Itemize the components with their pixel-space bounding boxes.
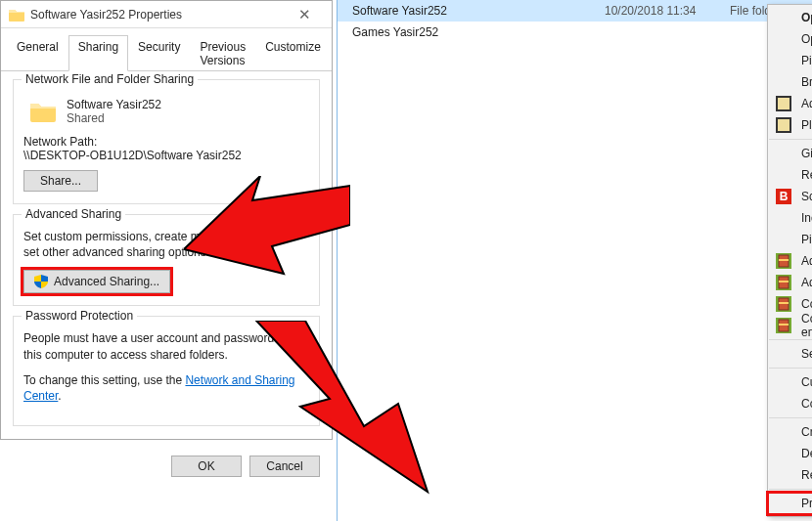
menu-item-include-in-library[interactable]: Include in library〉: [768, 207, 812, 229]
password-protection-group: Password Protection People must have a u…: [13, 316, 320, 426]
network-path: \\DESKTOP-OB1U12D\Software Yasir252: [23, 149, 309, 162]
winrar-icon: [776, 318, 791, 333]
menu-item-give-access-to[interactable]: Give access to〉: [768, 143, 812, 164]
properties-dialog: Software Yasir252 Properties ✕ General S…: [0, 0, 333, 440]
menu-item-label: Pin to Quick access: [801, 54, 812, 67]
file-row[interactable]: Games Yasir252: [337, 22, 812, 43]
menu-item-label: Add to archive...: [801, 254, 812, 268]
close-icon[interactable]: ✕: [285, 6, 324, 23]
menu-item-label: Add to "Software Yasir252.rar": [801, 276, 812, 289]
file-name: Software Yasir252: [352, 4, 597, 18]
menu-item-delete[interactable]: Delete: [768, 443, 812, 464]
svg-rect-14: [779, 302, 789, 304]
menu-item-label: Play with MPC-HC: [801, 118, 812, 132]
group-title: Advanced Sharing: [22, 207, 125, 221]
uac-shield-icon: [34, 275, 48, 288]
password-desc: People must have a user account and pass…: [23, 330, 309, 362]
titlebar: Software Yasir252 Properties ✕: [1, 1, 332, 28]
divider: [337, 0, 338, 521]
menu-item-pin-to-quick-access[interactable]: Pin to Quick access: [768, 50, 812, 71]
file-date: 10/20/2018 11:34: [605, 4, 722, 18]
menu-item-label: Open: [801, 11, 812, 24]
file-row[interactable]: Software Yasir25210/20/2018 11:34File fo…: [337, 0, 812, 22]
menu-item-label: Create shortcut: [801, 425, 812, 439]
tab-content: Network File and Folder Sharing Software…: [1, 71, 332, 444]
cancel-button[interactable]: Cancel: [249, 456, 320, 477]
shared-folder-icon: [29, 100, 57, 123]
menu-separator: [769, 339, 812, 340]
menu-item-add-to-software-yasir252-rar[interactable]: Add to "Software Yasir252.rar": [768, 272, 812, 293]
tab-previous-versions[interactable]: Previous Versions: [190, 35, 255, 71]
winrar-icon: [776, 253, 791, 269]
explorer-pane: Software Yasir25210/20/2018 11:34File fo…: [337, 0, 812, 521]
menu-separator: [769, 417, 812, 418]
tabs: General Sharing Security Previous Versio…: [1, 28, 332, 71]
file-name: Games Yasir252: [352, 25, 597, 39]
svg-rect-11: [779, 281, 789, 282]
menu-separator: [769, 368, 812, 369]
advanced-sharing-button[interactable]: Advanced Sharing...: [23, 270, 170, 293]
menu-item-label: Open in new window: [801, 32, 812, 46]
tab-customize[interactable]: Customize: [255, 35, 331, 71]
menu-item-label: Compress and email...: [801, 297, 812, 311]
folder-info: Software Yasir252 Shared: [67, 98, 161, 125]
menu-item-open[interactable]: Open: [768, 7, 812, 28]
password-setting-prefix: To change this setting, use the: [23, 373, 185, 387]
menu-item-add-to-mpc-hc-playlist[interactable]: Add to MPC-HC Playlist: [768, 93, 812, 114]
menu-item-label: Send to: [801, 347, 812, 361]
menu-item-cut[interactable]: Cut: [768, 371, 812, 393]
context-menu: OpenOpen in new windowPin to Quick acces…: [767, 4, 812, 517]
bitdefender-icon: B: [776, 189, 791, 204]
menu-separator: [769, 139, 812, 140]
menu-item-label: Pin to Start: [801, 233, 812, 246]
menu-item-play-with-mpc-hc[interactable]: Play with MPC-HC: [768, 114, 812, 136]
menu-item-compress-to-software-yasir252-rar-and-email[interactable]: Compress to "Software Yasir252.rar" and …: [768, 315, 812, 336]
network-path-label: Network Path:: [23, 135, 309, 149]
menu-item-copy[interactable]: Copy: [768, 393, 812, 414]
advanced-sharing-group: Advanced Sharing Set custom permissions,…: [13, 214, 320, 306]
share-button[interactable]: Share...: [23, 170, 98, 192]
tab-general[interactable]: General: [7, 35, 68, 71]
menu-item-label: Copy: [801, 397, 812, 411]
svg-rect-8: [779, 259, 789, 261]
folder-status: Shared: [67, 111, 161, 125]
menu-item-label: Rename: [801, 468, 812, 482]
menu-item-label: Give access to: [801, 147, 812, 160]
menu-item-scan-files-with-bitdefender-antivirus-free[interactable]: BScan files with Bitdefender Antivirus F…: [768, 186, 812, 207]
svg-text:B: B: [780, 190, 789, 203]
menu-item-properties[interactable]: Properties: [768, 493, 812, 514]
menu-item-browse-in-adobe-bridge-cs6[interactable]: Browse in Adobe Bridge CS6: [768, 71, 812, 93]
winrar-icon: [776, 296, 791, 312]
menu-item-label: Scan files with Bitdefender Antivirus Fr…: [801, 190, 812, 203]
group-title: Network File and Folder Sharing: [22, 72, 198, 86]
menu-item-restore-previous-versions[interactable]: Restore previous versions: [768, 164, 812, 186]
advanced-sharing-button-label: Advanced Sharing...: [54, 275, 159, 288]
svg-rect-17: [779, 324, 789, 326]
menu-item-label: Restore previous versions: [801, 168, 812, 182]
dialog-buttons: OK Cancel: [1, 444, 332, 489]
menu-item-open-in-new-window[interactable]: Open in new window: [768, 28, 812, 50]
menu-item-rename[interactable]: Rename: [768, 464, 812, 486]
menu-item-create-shortcut[interactable]: Create shortcut: [768, 421, 812, 443]
dialog-title: Software Yasir252 Properties: [30, 8, 285, 22]
menu-item-pin-to-start[interactable]: Pin to Start: [768, 229, 812, 250]
menu-item-label: Include in library: [801, 211, 812, 225]
menu-separator: [769, 489, 812, 490]
menu-item-send-to[interactable]: Send to〉: [768, 343, 812, 365]
winrar-icon: [776, 275, 791, 290]
menu-item-add-to-archive[interactable]: Add to archive...: [768, 250, 812, 272]
folder-name: Software Yasir252: [67, 98, 161, 111]
tab-security[interactable]: Security: [128, 35, 190, 71]
ok-button[interactable]: OK: [171, 456, 242, 477]
menu-item-label: Cut: [801, 375, 812, 389]
network-sharing-group: Network File and Folder Sharing Software…: [13, 79, 320, 204]
mpc-icon: [776, 117, 791, 133]
dialog-folder-icon: [9, 8, 24, 22]
menu-item-label: Browse in Adobe Bridge CS6: [801, 75, 812, 89]
password-setting-line: To change this setting, use the Network …: [23, 372, 309, 404]
tab-sharing[interactable]: Sharing: [68, 35, 128, 71]
menu-item-label: Properties: [801, 497, 812, 510]
menu-item-label: Add to MPC-HC Playlist: [801, 97, 812, 110]
mpc-icon: [776, 96, 791, 111]
menu-item-label: Compress to "Software Yasir252.rar" and …: [801, 312, 812, 339]
